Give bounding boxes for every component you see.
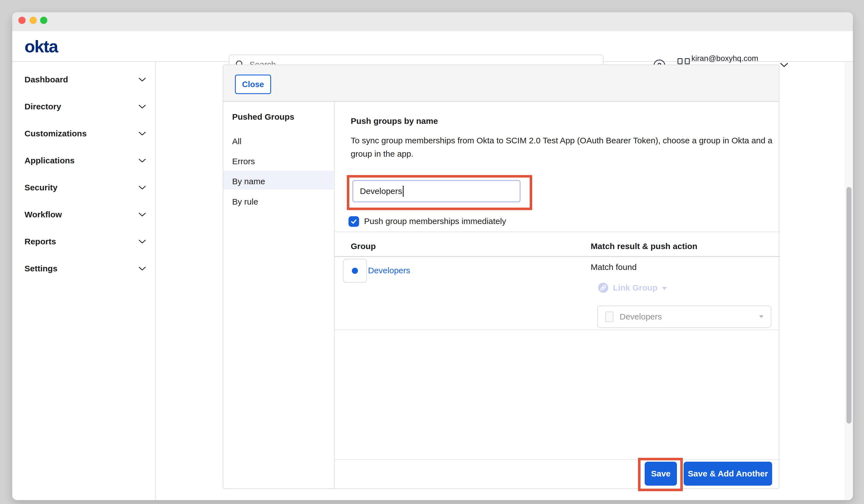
sidebar-nav: Dashboard Directory Customizations Appli… xyxy=(12,62,156,500)
app-group-select[interactable]: Developers xyxy=(597,305,771,328)
chevron-down-icon xyxy=(139,104,146,109)
browser-window: okta ? kiran@boxyhq.com okta-dev-2090126… xyxy=(12,12,853,500)
table-header-group: Group xyxy=(351,240,376,253)
app-group-value: Developers xyxy=(620,312,662,322)
page-title: Push groups by name xyxy=(351,115,438,128)
footer-divider xyxy=(335,459,780,460)
save-button[interactable]: Save xyxy=(645,462,677,485)
pushed-groups-panel: Close Pushed Groups All Errors By name B… xyxy=(223,64,779,489)
table-header-border xyxy=(335,256,780,257)
okta-logo: okta xyxy=(24,31,58,61)
sidebar-item-workflow[interactable]: Workflow xyxy=(24,208,146,221)
app-header: okta ? kiran@boxyhq.com okta-dev-2090126… xyxy=(12,31,853,62)
window-titlebar xyxy=(12,12,853,31)
sidebar-item-reports[interactable]: Reports xyxy=(24,235,146,248)
push-immediately-checkbox[interactable] xyxy=(348,216,359,227)
text-cursor xyxy=(403,185,404,197)
sidebar-item-customizations[interactable]: Customizations xyxy=(24,127,146,140)
group-name-input[interactable]: Developers xyxy=(352,180,520,202)
table-header-match: Match result & push action xyxy=(591,240,697,253)
chevron-down-icon xyxy=(139,266,146,271)
panel-toolbar xyxy=(223,65,779,102)
sidebar-item-directory[interactable]: Directory xyxy=(24,100,146,113)
link-group-caret-icon xyxy=(662,287,667,290)
page-description: To sync group memberships from Okta to S… xyxy=(351,134,774,160)
section-divider xyxy=(335,231,780,232)
chevron-down-icon xyxy=(139,185,146,190)
account-email: kiran@boxyhq.com xyxy=(680,53,769,64)
group-icon-card xyxy=(343,259,367,283)
check-icon xyxy=(350,218,357,225)
checkbox-label: Push group memberships immediately xyxy=(364,215,506,228)
sidebar-item-settings[interactable]: Settings xyxy=(24,262,146,275)
link-group-label: Link Group xyxy=(613,283,658,292)
app-group-placeholder-icon xyxy=(605,311,613,322)
okta-group-link[interactable]: Developers xyxy=(368,264,410,277)
minimize-window-button[interactable] xyxy=(29,17,37,24)
table-row-border xyxy=(335,329,780,330)
link-group-button[interactable]: Link Group xyxy=(598,281,667,294)
subnav-item-all[interactable]: All xyxy=(223,135,334,148)
subnav-item-by-name[interactable]: By name xyxy=(223,175,334,188)
chevron-down-icon xyxy=(139,212,146,217)
scrollbar[interactable] xyxy=(845,62,853,500)
subnav-item-errors[interactable]: Errors xyxy=(223,155,334,168)
subnav-title: Pushed Groups xyxy=(232,110,294,123)
chevron-down-icon xyxy=(139,77,146,82)
subnav-item-by-rule[interactable]: By rule xyxy=(223,195,334,208)
link-icon xyxy=(598,283,609,293)
zoom-window-button[interactable] xyxy=(40,17,47,24)
match-status: Match found xyxy=(591,261,637,274)
chevron-down-icon xyxy=(139,158,146,163)
desktop-background: okta ? kiran@boxyhq.com okta-dev-2090126… xyxy=(0,0,864,504)
close-button[interactable]: Close xyxy=(235,75,271,94)
chevron-down-icon xyxy=(139,239,146,244)
group-name-value: Developers xyxy=(360,187,402,196)
sidebar-item-applications[interactable]: Applications xyxy=(24,154,146,167)
close-window-button[interactable] xyxy=(19,17,26,24)
sidebar-item-dashboard[interactable]: Dashboard xyxy=(24,73,146,86)
chevron-down-icon xyxy=(139,131,146,136)
save-add-another-button[interactable]: Save & Add Another xyxy=(684,462,772,485)
account-chevron-down-icon[interactable] xyxy=(780,62,788,69)
sidebar-item-security[interactable]: Security xyxy=(24,181,146,194)
group-donut-icon xyxy=(352,268,358,274)
scrollbar-thumb[interactable] xyxy=(847,187,851,423)
pushed-groups-subnav: Pushed Groups All Errors By name By rule xyxy=(223,102,335,489)
select-caret-icon xyxy=(759,315,764,318)
